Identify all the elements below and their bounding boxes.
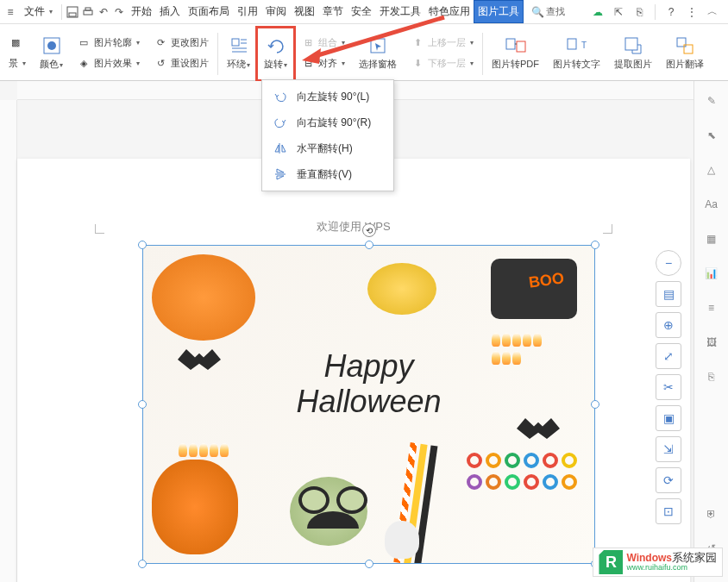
more-icon[interactable]: ⋮ bbox=[685, 5, 699, 19]
flip-h-icon bbox=[273, 141, 288, 156]
wrap-button[interactable]: 环绕▾ bbox=[223, 28, 254, 78]
share-icon[interactable]: ⇱ bbox=[612, 5, 625, 19]
to-pdf-button[interactable]: 图片转PDF bbox=[488, 28, 543, 78]
chevron-down-icon: ▾ bbox=[49, 8, 53, 16]
align-icon: ⊟ bbox=[301, 56, 315, 70]
to-text-button[interactable]: T 图片转文字 bbox=[549, 28, 604, 78]
change-label: 更改图片 bbox=[171, 36, 209, 49]
tab-start[interactable]: 开始 bbox=[128, 1, 155, 22]
ft-fit[interactable]: ⤢ bbox=[656, 343, 681, 369]
sb-shield-icon[interactable]: ⛨ bbox=[702, 504, 721, 523]
tab-section[interactable]: 章节 bbox=[319, 1, 347, 22]
wm-windows: Windows bbox=[626, 552, 672, 564]
effect-label: 图片效果 bbox=[94, 57, 132, 70]
select-pane-button[interactable]: 选择窗格 bbox=[355, 28, 400, 78]
tab-special[interactable]: 特色应用 bbox=[425, 1, 474, 22]
tab-layout[interactable]: 页面布局 bbox=[185, 1, 233, 22]
color-icon bbox=[41, 35, 62, 56]
sb-chart-icon[interactable]: 📊 bbox=[702, 264, 721, 283]
page[interactable]: 欢迎使用 WPS BOO Happy Halloween bbox=[17, 159, 690, 582]
rotate-left-item[interactable]: 向左旋转 90°(L) bbox=[262, 84, 393, 110]
align-button[interactable]: ⊟对齐▾ bbox=[298, 54, 348, 72]
outline-button[interactable]: ▭图片轮廓▾ bbox=[73, 34, 143, 51]
menu-icon[interactable]: ≡ bbox=[3, 5, 17, 19]
sb-nav-icon[interactable]: ≡ bbox=[702, 298, 721, 317]
text-line-2: Halloween bbox=[296, 384, 441, 419]
history-icon[interactable]: ⎘ bbox=[632, 5, 646, 19]
selected-image[interactable]: BOO Happy Halloween ⟲ bbox=[142, 245, 595, 564]
deco-pumpkin bbox=[152, 254, 255, 341]
translate-label: 图片翻译 bbox=[666, 58, 704, 71]
group-label: 组合 bbox=[318, 36, 337, 49]
print-icon[interactable] bbox=[81, 5, 95, 19]
help-icon[interactable]: ? bbox=[664, 5, 678, 19]
change-pic-button[interactable]: ⟳更改图片 bbox=[150, 34, 212, 51]
resize-handle-t[interactable] bbox=[365, 241, 373, 249]
ft-more[interactable]: ⊡ bbox=[656, 498, 681, 524]
down-layer-icon: ⬇ bbox=[411, 56, 424, 70]
file-menu[interactable]: 文件 ▾ bbox=[19, 4, 58, 19]
save-icon[interactable] bbox=[66, 5, 79, 19]
resize-handle-bl[interactable] bbox=[138, 560, 147, 568]
sb-select-icon[interactable]: ⬉ bbox=[702, 126, 721, 145]
collapse-icon[interactable]: ︿ bbox=[706, 5, 719, 19]
tab-view[interactable]: 视图 bbox=[291, 1, 318, 22]
search-area[interactable]: 🔍 查找 bbox=[531, 5, 565, 18]
sb-pencil-icon[interactable]: ✎ bbox=[702, 91, 721, 110]
image-content: BOO Happy Halloween bbox=[143, 246, 594, 563]
ft-export[interactable]: ⇲ bbox=[656, 436, 681, 462]
sb-shape-icon[interactable]: △ bbox=[702, 160, 721, 179]
color-button[interactable]: 颜色▾ bbox=[36, 28, 66, 78]
flip-v-item[interactable]: 垂直翻转(V) bbox=[262, 161, 393, 187]
effect-button[interactable]: ◈图片效果▾ bbox=[73, 54, 143, 72]
undo-icon[interactable]: ↶ bbox=[97, 5, 110, 19]
flip-h-label: 水平翻转(H) bbox=[297, 141, 353, 156]
ft-replace[interactable]: ⟳ bbox=[656, 467, 681, 493]
rotate-right-item[interactable]: 向右旋转 90°(R) bbox=[262, 110, 393, 135]
ft-layout[interactable]: ▤ bbox=[656, 281, 681, 307]
outline-icon: ▭ bbox=[77, 35, 91, 49]
resize-handle-tl[interactable] bbox=[138, 241, 147, 249]
tab-devtools[interactable]: 开发工具 bbox=[376, 1, 424, 22]
ft-crop[interactable]: ✂ bbox=[656, 374, 681, 400]
cloud-icon[interactable]: ☁ bbox=[591, 5, 605, 19]
tab-insert[interactable]: 插入 bbox=[156, 1, 184, 22]
tab-review[interactable]: 审阅 bbox=[262, 1, 290, 22]
rotate-group: 旋转▾ bbox=[257, 28, 294, 80]
reset-pic-button[interactable]: ↺重设图片 bbox=[150, 54, 212, 72]
resize-handle-tr[interactable] bbox=[591, 241, 599, 249]
redo-icon[interactable]: ↷ bbox=[112, 5, 126, 19]
sb-grid-icon[interactable]: ▦ bbox=[702, 229, 721, 248]
extract-button[interactable]: 提取图片 bbox=[611, 28, 656, 78]
resize-handle-b[interactable] bbox=[365, 560, 373, 568]
bg-label-btn[interactable]: 景▾ bbox=[5, 55, 29, 72]
bg-button[interactable]: ▩ bbox=[5, 34, 29, 52]
move-down-button: ⬇下移一层▾ bbox=[407, 54, 477, 72]
ruler-vertical bbox=[0, 100, 17, 582]
flip-h-item[interactable]: 水平翻转(H) bbox=[262, 135, 393, 161]
ft-zoom[interactable]: ⊕ bbox=[656, 312, 681, 338]
ocr-label: 图片转文字 bbox=[553, 58, 600, 71]
ft-collapse[interactable]: − bbox=[656, 250, 681, 276]
sb-image-icon[interactable]: 🖼 bbox=[702, 333, 721, 352]
sb-style-icon[interactable]: Aa bbox=[702, 195, 721, 214]
rotate-handle[interactable]: ⟲ bbox=[362, 223, 376, 237]
group-icon: ⊞ bbox=[301, 35, 315, 49]
rotate-button[interactable]: 旋转▾ bbox=[260, 28, 291, 78]
flip-v-label: 垂直翻转(V) bbox=[297, 167, 352, 182]
deco-bat bbox=[517, 418, 560, 439]
svg-text:T: T bbox=[581, 41, 587, 50]
menubar: ≡ 文件 ▾ ↶ ↷ 开始 插入 页面布局 引用 审阅 视图 章节 安全 开发工… bbox=[0, 0, 728, 24]
rotate-left-label: 向左旋转 90°(L) bbox=[297, 90, 369, 104]
translate-button[interactable]: 图片翻译 bbox=[662, 28, 707, 78]
sb-link-icon[interactable]: ⎘ bbox=[702, 367, 721, 386]
tab-picture-tools[interactable]: 图片工具 bbox=[474, 1, 523, 22]
color-label: 颜色 bbox=[40, 59, 59, 69]
resize-handle-r[interactable] bbox=[591, 400, 599, 409]
ft-border[interactable]: ▣ bbox=[656, 405, 681, 431]
tab-security[interactable]: 安全 bbox=[348, 1, 375, 22]
align-label: 对齐 bbox=[318, 57, 337, 70]
resize-handle-l[interactable] bbox=[138, 400, 147, 409]
tab-reference[interactable]: 引用 bbox=[234, 1, 261, 22]
pdf-icon bbox=[505, 35, 526, 56]
